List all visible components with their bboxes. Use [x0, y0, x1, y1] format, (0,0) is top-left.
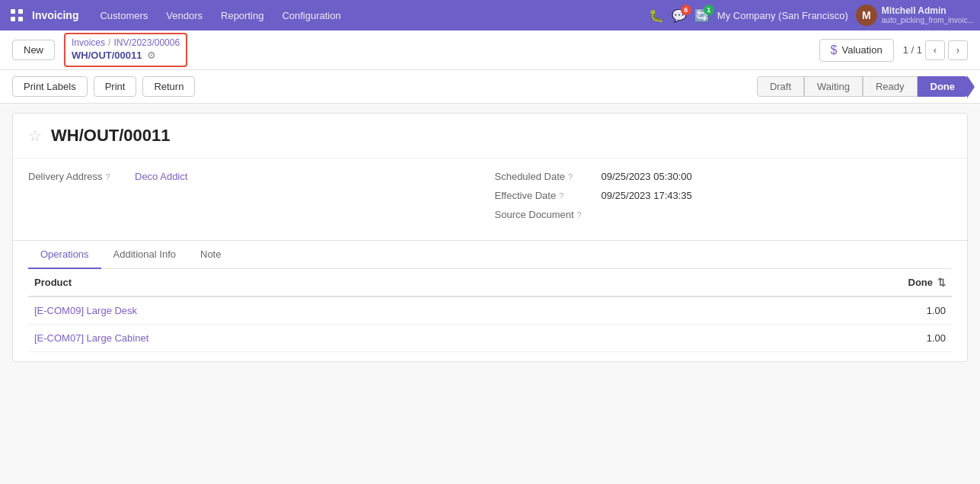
scheduled-date-value[interactable]: 09/25/2023 05:30:00	[602, 171, 692, 182]
chat-icon[interactable]: 💬 6	[672, 8, 687, 23]
scheduled-date-label: Scheduled Date ?	[495, 171, 602, 182]
status-draft[interactable]: Draft	[757, 76, 804, 97]
scheduled-date-row: Scheduled Date ? 09/25/2023 05:30:00	[495, 171, 953, 182]
effective-date-row: Effective Date ? 09/25/2023 17:43:35	[495, 190, 953, 201]
refresh-icon[interactable]: 🔄 1	[694, 8, 710, 23]
filter-icon[interactable]: ⇅	[937, 277, 946, 288]
status-ready[interactable]: Ready	[863, 76, 918, 97]
record-title: WH/OUT/00011	[51, 126, 171, 146]
next-page-button[interactable]: ›	[948, 40, 968, 60]
operations-table: Product Done ⇅ [E-COM09] Large Desk 1.00…	[28, 269, 952, 352]
favorite-star-icon[interactable]: ☆	[28, 127, 42, 145]
pagination: 1 / 1 ‹ ›	[903, 40, 968, 60]
svg-rect-0	[11, 9, 15, 14]
status-done[interactable]: Done	[918, 76, 969, 97]
new-button[interactable]: New	[12, 40, 55, 60]
source-document-label: Source Document ?	[495, 209, 602, 220]
breadcrumb: Invoices / INV/2023/00006 WH/OUT/00011 ⚙	[64, 33, 187, 66]
user-sub: auto_picking_from_invoic...	[882, 16, 974, 25]
nav-menu: Customers Vendors Reporting Configuratio…	[92, 7, 648, 24]
status-waiting[interactable]: Waiting	[804, 76, 863, 97]
right-fields: Scheduled Date ? 09/25/2023 05:30:00 Eff…	[495, 171, 953, 228]
app-grid-icon[interactable]	[6, 5, 27, 26]
svg-rect-1	[18, 9, 23, 14]
nav-reporting[interactable]: Reporting	[213, 7, 271, 24]
source-document-row: Source Document ?	[495, 209, 953, 220]
print-button[interactable]: Print	[94, 76, 137, 97]
status-bar: Draft Waiting Ready Done	[757, 76, 968, 97]
svg-rect-2	[11, 17, 15, 21]
prev-page-button[interactable]: ‹	[925, 40, 945, 60]
tab-operations[interactable]: Operations	[28, 241, 101, 269]
app-name[interactable]: Invoicing	[32, 9, 78, 21]
col-done-header: Done ⇅	[691, 269, 952, 296]
breadcrumb-sep1: /	[108, 37, 110, 50]
nav-customers[interactable]: Customers	[92, 7, 155, 24]
tabs-section: Operations Additional Info Note	[13, 240, 967, 269]
breadcrumb-top: Invoices / INV/2023/00006	[72, 37, 180, 50]
top-navigation: Invoicing Customers Vendors Reporting Co…	[0, 0, 980, 30]
delivery-address-row: Delivery Address ? Deco Addict	[28, 171, 486, 182]
source-document-help[interactable]: ?	[577, 210, 582, 220]
delivery-address-value[interactable]: Deco Addict	[135, 171, 187, 182]
form-section: Delivery Address ? Deco Addict Scheduled…	[13, 159, 967, 240]
effective-date-help[interactable]: ?	[559, 191, 563, 200]
done-cell: 1.00	[691, 325, 952, 352]
print-labels-button[interactable]: Print Labels	[12, 76, 88, 97]
chat-badge: 6	[681, 5, 691, 15]
nav-vendors[interactable]: Vendors	[158, 7, 210, 24]
breadcrumb-current-id: WH/OUT/00011	[72, 50, 142, 63]
valuation-button[interactable]: $ Valuation	[819, 39, 894, 62]
delivery-address-label: Delivery Address ?	[28, 171, 135, 182]
left-fields: Delivery Address ? Deco Addict	[28, 171, 486, 228]
user-avatar: M	[856, 5, 877, 26]
effective-date-value[interactable]: 09/25/2023 17:43:35	[602, 190, 692, 201]
dollar-icon: $	[831, 43, 838, 57]
svg-rect-3	[18, 17, 23, 21]
table-section: Product Done ⇅ [E-COM09] Large Desk 1.00…	[13, 269, 967, 361]
nav-configuration[interactable]: Configuration	[274, 7, 348, 24]
effective-date-label: Effective Date ?	[495, 190, 602, 201]
tab-note[interactable]: Note	[188, 241, 233, 269]
action-bar: Print Labels Print Return Draft Waiting …	[0, 70, 980, 104]
record-header: ☆ WH/OUT/00011	[13, 114, 967, 159]
tab-additional-info[interactable]: Additional Info	[101, 241, 188, 269]
gear-icon[interactable]: ⚙	[147, 50, 156, 63]
return-button[interactable]: Return	[142, 76, 195, 97]
company-name[interactable]: My Company (San Francisco)	[717, 10, 848, 21]
table-row: [E-COM09] Large Desk 1.00	[28, 296, 952, 325]
tabs-header: Operations Additional Info Note	[28, 241, 952, 269]
refresh-badge: 1	[704, 5, 714, 15]
main-content: ☆ WH/OUT/00011 Delivery Address ? Deco A…	[12, 113, 968, 362]
user-name: Mitchell Admin	[882, 5, 974, 16]
table-row: [E-COM07] Large Cabinet 1.00	[28, 325, 952, 352]
breadcrumb-invoice-id[interactable]: INV/2023/00006	[113, 37, 180, 50]
product-cell[interactable]: [E-COM07] Large Cabinet	[28, 325, 691, 352]
breadcrumb-invoices[interactable]: Invoices	[72, 37, 105, 50]
nav-right: 🐛 💬 6 🔄 1 My Company (San Francisco) M M…	[649, 5, 974, 26]
scheduled-date-help[interactable]: ?	[568, 172, 573, 181]
user-info: Mitchell Admin auto_picking_from_invoic.…	[882, 5, 974, 25]
sub-header: New Invoices / INV/2023/00006 WH/OUT/000…	[0, 30, 980, 70]
page-info: 1 / 1	[903, 44, 922, 56]
valuation-label: Valuation	[841, 44, 882, 56]
user-section[interactable]: M Mitchell Admin auto_picking_from_invoi…	[856, 5, 974, 26]
breadcrumb-bottom: WH/OUT/00011 ⚙	[72, 50, 180, 63]
delivery-address-help[interactable]: ?	[106, 172, 110, 181]
bug-icon[interactable]: 🐛	[649, 8, 664, 23]
col-product-header: Product	[28, 269, 691, 296]
done-cell: 1.00	[691, 296, 952, 325]
product-cell[interactable]: [E-COM09] Large Desk	[28, 296, 691, 325]
